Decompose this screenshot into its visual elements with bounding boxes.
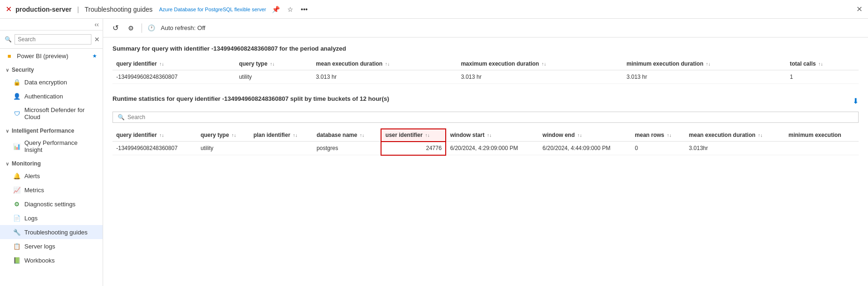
sidebar-item-label: Troubleshooting guides — [24, 229, 88, 236]
sort-icon[interactable]: ↑↓ — [706, 61, 711, 67]
sidebar-section-intelligent-label: Intelligent Performance — [12, 128, 74, 134]
sort-icon[interactable]: ↑↓ — [232, 133, 236, 138]
sidebar-search-icon: 🔍 — [5, 36, 12, 43]
toolbar-separator — [142, 23, 142, 33]
sort-icon[interactable]: ↑↓ — [667, 133, 672, 138]
rt-cell-user-identifier: 24776 — [381, 142, 446, 155]
sort-icon[interactable]: ↑↓ — [758, 133, 763, 138]
sidebar-item-authentication[interactable]: 👤 Authentication — [0, 89, 103, 103]
sidebar-item-label: Workbooks — [24, 257, 55, 264]
title-bar: ✕ production-server | Troubleshooting gu… — [0, 0, 868, 19]
sort-icon[interactable]: ↑↓ — [159, 133, 164, 138]
server-logs-icon: 📋 — [13, 242, 21, 250]
diagnostic-icon: ⚙ — [13, 200, 21, 208]
chevron-security-icon: ∨ — [6, 68, 9, 73]
col-total-calls: total calls ↑↓ — [786, 58, 859, 70]
star-button[interactable]: ☆ — [285, 5, 295, 14]
logs-icon: 📄 — [13, 214, 21, 222]
sidebar-search-container: 🔍 ✕ — [0, 30, 103, 49]
query-performance-icon: 📊 — [13, 143, 21, 150]
runtime-search-container: 🔍 — [112, 112, 859, 123]
server-subtitle: Azure Database for PostgreSQL flexible s… — [159, 7, 266, 12]
app-icon: ✕ — [6, 5, 12, 14]
sidebar-item-label: Data encryption — [24, 79, 67, 86]
sidebar-section-monitoring[interactable]: ∨ Monitoring — [0, 157, 103, 169]
rt-cell-min-execution — [785, 142, 859, 155]
sidebar-item-alerts[interactable]: 🔔 Alerts — [0, 169, 103, 183]
sidebar-item-metrics[interactable]: 📈 Metrics — [0, 183, 103, 197]
rt-cell-window-start: 6/20/2024, 4:29:09:000 PM — [446, 142, 539, 155]
alerts-icon: 🔔 — [13, 172, 21, 180]
sidebar-item-defender[interactable]: 🛡 Microsoft Defender for Cloud — [0, 103, 103, 124]
sort-icon[interactable]: ↑↓ — [487, 133, 492, 138]
sidebar-item-logs[interactable]: 📄 Logs — [0, 211, 103, 225]
rt-col-mean-exec-duration: mean execution duration ↑↓ — [685, 129, 785, 142]
sidebar-item-diagnostic[interactable]: ⚙ Diagnostic settings — [0, 197, 103, 211]
sidebar-section-intelligent-performance[interactable]: ∨ Intelligent Performance — [0, 124, 103, 136]
auto-refresh-icon: 🕐 — [148, 24, 155, 31]
favorite-icon: ★ — [92, 53, 97, 59]
metrics-icon: 📈 — [13, 186, 21, 194]
cell-mean-execution: 3.013 hr — [312, 70, 457, 84]
sort-icon[interactable]: ↑↓ — [818, 61, 823, 67]
sidebar-search-clear-button[interactable]: ✕ — [94, 36, 100, 43]
sort-icon[interactable]: ↑↓ — [293, 133, 298, 138]
pin-button[interactable]: 📌 — [270, 5, 282, 14]
download-button[interactable]: ⬇ — [853, 97, 859, 105]
sidebar-section-monitoring-label: Monitoring — [12, 160, 41, 167]
rt-col-window-end: window end ↑↓ — [539, 129, 631, 142]
rt-col-window-start: window start ↑↓ — [446, 129, 539, 142]
summary-title: Summary for query with identifier -13499… — [112, 45, 859, 52]
more-button[interactable]: ••• — [299, 5, 310, 14]
sidebar-section-security[interactable]: ∨ Security — [0, 63, 103, 75]
sort-icon[interactable]: ↑↓ — [425, 133, 430, 138]
sidebar-item-label: Query Performance Insight — [24, 139, 97, 153]
rt-cell-query-identifier: -1349949608248360807 — [112, 142, 197, 155]
sort-icon[interactable]: ↑↓ — [360, 133, 365, 138]
sidebar-item-workbooks[interactable]: 📗 Workbooks — [0, 253, 103, 267]
refresh-button[interactable]: ↺ — [111, 23, 120, 33]
col-query-identifier: query identifier ↑↓ — [112, 58, 235, 70]
sidebar-item-server-logs[interactable]: 📋 Server logs — [0, 239, 103, 253]
title-separator: | — [77, 6, 79, 13]
sort-icon[interactable]: ↑↓ — [270, 61, 275, 67]
sidebar-item-query-performance[interactable]: 📊 Query Performance Insight — [0, 136, 103, 157]
summary-table: query identifier ↑↓ query type ↑↓ mean e… — [112, 58, 859, 84]
chevron-intelligent-icon: ∨ — [6, 128, 9, 134]
runtime-search-input[interactable] — [127, 114, 853, 120]
sidebar-item-data-encryption[interactable]: 🔒 Data encryption — [0, 75, 103, 89]
cell-min-execution: 3.013 hr — [623, 70, 786, 84]
cell-total-calls: 1 — [786, 70, 859, 84]
main-layout: ‹‹ 🔍 ✕ ■ Power BI (preview) ★ ∨ Security… — [0, 19, 868, 286]
page-title: Troubleshooting guides — [84, 6, 152, 13]
rt-cell-mean-exec-duration: 3.013hr — [685, 142, 785, 155]
server-name: production-server — [15, 6, 72, 13]
rt-cell-database-name: postgres — [313, 142, 381, 155]
close-window-button[interactable]: ✕ — [856, 5, 862, 14]
runtime-search-icon: 🔍 — [118, 114, 125, 120]
sidebar-search-input[interactable] — [15, 34, 91, 45]
sidebar-item-powerbi[interactable]: ■ Power BI (preview) ★ — [0, 49, 103, 63]
chevron-monitoring-icon: ∨ — [6, 161, 9, 166]
authentication-icon: 👤 — [13, 92, 21, 100]
summary-section: Summary for query with identifier -13499… — [112, 45, 859, 84]
runtime-table-row: -1349949608248360807 utility postgres 24… — [112, 142, 859, 155]
sidebar-collapse-button[interactable]: ‹‹ — [95, 21, 99, 28]
sort-icon[interactable]: ↑↓ — [577, 133, 582, 138]
rt-col-query-type: query type ↑↓ — [197, 129, 250, 142]
sidebar-item-label: Server logs — [24, 243, 55, 250]
sidebar-item-label: Authentication — [24, 93, 63, 100]
sidebar-item-label: Metrics — [24, 187, 44, 194]
rt-col-user-identifier: user identifier ↑↓ — [381, 129, 446, 142]
sort-icon[interactable]: ↑↓ — [159, 61, 164, 67]
runtime-section: Runtime statistics for query identifier … — [112, 95, 859, 156]
workbooks-icon: 📗 — [13, 256, 21, 264]
sidebar: ‹‹ 🔍 ✕ ■ Power BI (preview) ★ ∨ Security… — [0, 19, 103, 286]
sort-icon[interactable]: ↑↓ — [541, 61, 546, 67]
runtime-table-header-row: query identifier ↑↓ query type ↑↓ plan i… — [112, 129, 859, 142]
sort-icon[interactable]: ↑↓ — [385, 61, 389, 67]
runtime-title: Runtime statistics for query identifier … — [112, 95, 389, 102]
person-button[interactable]: ⚙ — [126, 23, 136, 33]
sidebar-item-label: Logs — [24, 215, 37, 222]
sidebar-item-troubleshooting[interactable]: 🔧 Troubleshooting guides — [0, 225, 103, 239]
